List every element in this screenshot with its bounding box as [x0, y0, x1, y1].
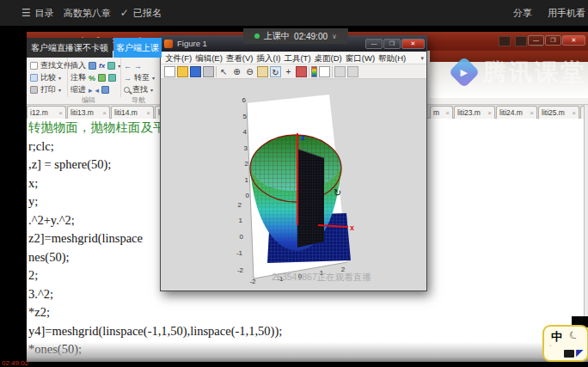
- z-tick: 5: [243, 113, 248, 120]
- close-icon[interactable]: ×: [572, 109, 576, 117]
- figure-window[interactable]: Figure 1 — ❐ ✕ 文件(F) 编辑(E) 查看(V) 插入(I) 工…: [160, 35, 427, 291]
- editor-tab[interactable]: liti13.m ×: [67, 106, 110, 119]
- y-tick: 2: [238, 201, 242, 209]
- smart-indent-icon: [101, 86, 109, 94]
- menu-tools[interactable]: 工具(T): [282, 52, 312, 64]
- menu-help[interactable]: 帮助(H): [377, 52, 407, 64]
- insert-label: 插入: [70, 60, 86, 71]
- find-button[interactable]: 查找 ▾: [124, 85, 155, 95]
- menu-window[interactable]: 窗口(W): [344, 52, 377, 64]
- toc-label: 目录: [35, 7, 54, 20]
- caret-icon: ▾: [150, 87, 153, 93]
- insert-section-icon: [89, 62, 96, 70]
- figure-canvas[interactable]: 6 5 4 3 2 1 0 2 1 0 -1 -2 -2 -1 0 1 2: [161, 79, 426, 291]
- brand-watermark: ▶ 腾讯课堂: [453, 57, 586, 88]
- goto-button[interactable]: → 转至 ▾: [124, 73, 155, 83]
- hamburger-icon: ☰: [21, 7, 31, 19]
- maximize-button[interactable]: ❐: [383, 39, 401, 49]
- status-label: 上课中: [264, 30, 290, 42]
- menu-insert[interactable]: 插入(I): [254, 52, 282, 64]
- watch-on-phone-button[interactable]: 用手机看: [548, 7, 585, 20]
- compare-icon: [30, 74, 38, 82]
- class-timer: 02:49:00: [294, 32, 328, 41]
- close-icon[interactable]: ×: [102, 109, 107, 117]
- enrolled-label: 已报名: [133, 7, 162, 20]
- insert-button[interactable]: 插入 fx ▾: [70, 61, 120, 70]
- group-label-navigate: 导航: [132, 95, 145, 105]
- matlab-window-controls: — ❐ ✕: [528, 35, 585, 46]
- ime-keyboard-icon[interactable]: [564, 350, 574, 358]
- menu-file[interactable]: 文件(F): [163, 52, 193, 64]
- close-button[interactable]: ✕: [401, 39, 425, 49]
- y-tick: 1: [239, 217, 243, 224]
- comment-icon: %: [89, 74, 95, 83]
- search-icon: [124, 87, 130, 93]
- print-icon[interactable]: [203, 66, 214, 77]
- close-icon[interactable]: ×: [58, 109, 63, 117]
- menu-edit[interactable]: 编辑(E): [193, 52, 224, 64]
- close-button[interactable]: ✕: [562, 35, 585, 46]
- client-tab-classroom[interactable]: 客户端上课: [113, 38, 162, 58]
- editor-tab[interactable]: i12.m ×: [27, 106, 66, 119]
- menu-desktop[interactable]: 桌面(D): [313, 52, 344, 64]
- new-figure-icon[interactable]: [164, 66, 175, 77]
- client-tab-live[interactable]: 客户端直播课不卡顿: [27, 38, 113, 58]
- dock-figure-icon[interactable]: [347, 66, 358, 77]
- editor-tab[interactable]: m ×: [430, 106, 453, 119]
- find-files-icon: [30, 62, 38, 70]
- indent-button[interactable]: 缩进 ▸ ◂: [70, 85, 120, 95]
- pan-tool-icon[interactable]: [257, 66, 268, 77]
- menu-view[interactable]: 查看(V): [224, 52, 255, 64]
- maximize-button[interactable]: ❐: [545, 35, 561, 46]
- open-file-icon[interactable]: [177, 66, 188, 77]
- group-label-edit: 编辑: [82, 95, 95, 105]
- editor-tab[interactable]: liti14.m ×: [111, 106, 154, 119]
- rotate3d-tool-icon[interactable]: ↻: [270, 66, 281, 77]
- share-button[interactable]: 分享: [513, 7, 532, 20]
- legend-icon[interactable]: [319, 66, 330, 77]
- editor-tab[interactable]: liti23.m ×: [454, 106, 495, 119]
- ime-fullwidth-moon-icon[interactable]: ☾: [567, 327, 581, 342]
- compare-button[interactable]: 比较 ▾: [30, 73, 71, 83]
- link-plot-icon[interactable]: [334, 66, 346, 77]
- x-tick: -2: [249, 278, 256, 285]
- minimize-button[interactable]: —: [365, 39, 383, 49]
- close-icon[interactable]: ×: [445, 109, 450, 117]
- close-icon[interactable]: ×: [487, 109, 492, 117]
- ime-mode-indicator[interactable]: 中: [551, 329, 562, 345]
- brush-tool-icon[interactable]: [296, 66, 307, 77]
- tencent-classroom-logo-icon: ▶: [449, 57, 481, 89]
- z-tick: 6: [242, 96, 247, 104]
- toc-menu[interactable]: ☰ 目录: [21, 7, 54, 20]
- ime-punctuation-icon[interactable]: `: [549, 344, 552, 352]
- zoom-in-icon[interactable]: ⊕: [231, 66, 242, 77]
- minimize-button[interactable]: —: [528, 35, 544, 46]
- ime-toolbar[interactable]: 中 ☾ ` ◤: [542, 325, 588, 362]
- find-label: 查找: [132, 84, 148, 95]
- window-bottom-gradient: [27, 342, 588, 362]
- nav-history-buttons[interactable]: ← →: [124, 61, 155, 70]
- editor-tab[interactable]: liti24.m ×: [496, 106, 537, 119]
- save-icon[interactable]: [190, 66, 201, 77]
- find-files-button[interactable]: 查找文件: [30, 61, 71, 70]
- editor-tab[interactable]: liti25.m ×: [538, 106, 579, 119]
- close-icon[interactable]: ×: [146, 109, 150, 117]
- figure-toolbar: ↖ ⊕ ⊖ ↻ +: [161, 64, 426, 79]
- comment-button[interactable]: 注释 %: [70, 73, 120, 83]
- page-header: ☰ 目录 高数第八章 ✓ 已报名 分享 用手机看: [0, 0, 588, 26]
- data-cursor-icon[interactable]: +: [283, 66, 294, 77]
- uncomment-icon: [98, 74, 106, 82]
- indent-left-icon: ◂: [95, 86, 100, 95]
- close-icon[interactable]: ×: [530, 109, 534, 117]
- ribbon-edit-group: 插入 fx ▾ 注释 % 缩进 ▸ ◂: [70, 61, 120, 95]
- print-button[interactable]: 打印 ▾: [30, 85, 71, 95]
- z-axis-label: z: [301, 133, 305, 142]
- pointer-tool-icon[interactable]: ↖: [218, 66, 230, 77]
- class-status-badge[interactable]: 上课中 02:49:00 ∨: [243, 28, 348, 44]
- zoom-out-icon[interactable]: ⊖: [244, 66, 255, 77]
- chevron-down-icon: ∨: [332, 33, 337, 40]
- colorbar-icon[interactable]: [311, 66, 317, 77]
- dock-caret-icon[interactable]: ▾: [420, 52, 424, 64]
- z-tick: 4: [243, 128, 248, 136]
- insert-block-icon: [107, 62, 115, 70]
